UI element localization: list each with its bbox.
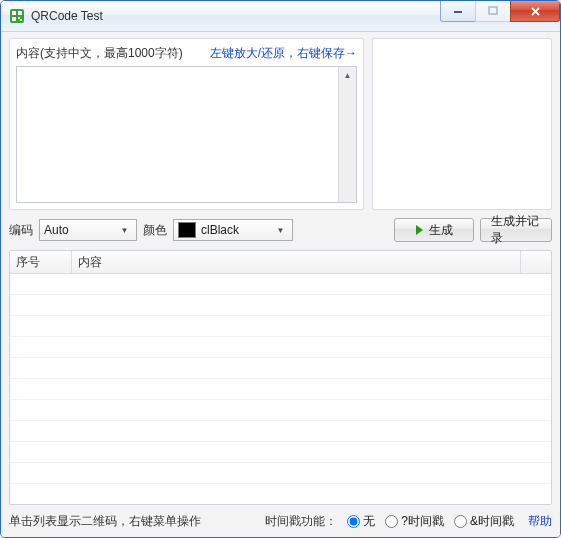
table-row[interactable]: [10, 295, 551, 316]
scroll-up-icon[interactable]: ▲: [339, 67, 356, 84]
content-textarea[interactable]: [17, 67, 356, 202]
svg-rect-2: [18, 11, 22, 15]
svg-rect-7: [489, 7, 497, 14]
svg-rect-3: [12, 17, 16, 21]
color-swatch: [178, 222, 196, 238]
timestamp-question-radio[interactable]: ?时间戳: [385, 513, 444, 530]
footer: 单击列表显示二维码，右键菜单操作 时间戳功能： 无 ?时间戳 &时间戳 帮助: [9, 513, 552, 530]
table-body[interactable]: [10, 274, 551, 504]
client-area: 内容(支持中文，最高1000字符) 左键放大/还原，右键保存→ ▲ 编码 Aut…: [1, 32, 560, 538]
content-panel: 内容(支持中文，最高1000字符) 左键放大/还原，右键保存→ ▲: [9, 38, 364, 210]
color-combobox[interactable]: clBlack ▼: [173, 219, 293, 241]
table-row[interactable]: [10, 442, 551, 463]
maximize-button[interactable]: [475, 1, 511, 22]
play-icon: [416, 225, 423, 235]
app-window: QRCode Test 内容(支持中文，最高1000字符) 左键放大/还原，右键…: [0, 0, 561, 538]
timestamp-amp-radio[interactable]: &时间戳: [454, 513, 514, 530]
table-row[interactable]: [10, 358, 551, 379]
chevron-down-icon: ▼: [273, 226, 288, 235]
column-spacer[interactable]: [521, 251, 551, 273]
column-content[interactable]: 内容: [72, 251, 521, 273]
color-value: clBlack: [201, 223, 273, 237]
window-title: QRCode Test: [31, 9, 103, 23]
generate-log-button-label: 生成并记录: [491, 213, 541, 247]
preview-hint: 左键放大/还原，右键保存→: [210, 45, 357, 62]
app-icon: [9, 8, 25, 24]
table-header: 序号 内容: [10, 251, 551, 274]
svg-rect-5: [20, 19, 22, 21]
table-row[interactable]: [10, 421, 551, 442]
table-row[interactable]: [10, 484, 551, 504]
encoding-value: Auto: [44, 223, 117, 237]
radio-label: 无: [363, 513, 375, 530]
generate-log-button[interactable]: 生成并记录: [480, 218, 552, 242]
svg-rect-4: [18, 17, 20, 19]
chevron-down-icon: ▼: [117, 226, 132, 235]
table-row[interactable]: [10, 400, 551, 421]
content-textarea-wrap: ▲: [16, 66, 357, 203]
scrollbar-vertical[interactable]: ▲: [338, 67, 356, 202]
footer-hint: 单击列表显示二维码，右键菜单操作: [9, 513, 201, 530]
color-label: 颜色: [143, 222, 167, 239]
history-table: 序号 内容: [9, 250, 552, 505]
encoding-label: 编码: [9, 222, 33, 239]
radio-input[interactable]: [454, 515, 467, 528]
generate-button[interactable]: 生成: [394, 218, 474, 242]
table-row[interactable]: [10, 316, 551, 337]
titlebar[interactable]: QRCode Test: [1, 1, 560, 32]
table-row[interactable]: [10, 463, 551, 484]
column-seq[interactable]: 序号: [10, 251, 72, 273]
qrcode-preview[interactable]: [372, 38, 552, 210]
timestamp-label: 时间戳功能：: [265, 513, 337, 530]
table-row[interactable]: [10, 337, 551, 358]
content-label: 内容(支持中文，最高1000字符): [16, 45, 183, 62]
encoding-combobox[interactable]: Auto ▼: [39, 219, 137, 241]
generate-button-label: 生成: [429, 222, 453, 239]
window-controls: [441, 1, 560, 21]
table-row[interactable]: [10, 379, 551, 400]
close-button[interactable]: [510, 1, 560, 22]
minimize-button[interactable]: [440, 1, 476, 22]
help-link[interactable]: 帮助: [528, 513, 552, 530]
table-row[interactable]: [10, 274, 551, 295]
timestamp-none-radio[interactable]: 无: [347, 513, 375, 530]
radio-input[interactable]: [347, 515, 360, 528]
svg-rect-1: [12, 11, 16, 15]
radio-label: &时间戳: [470, 513, 514, 530]
radio-label: ?时间戳: [401, 513, 444, 530]
radio-input[interactable]: [385, 515, 398, 528]
